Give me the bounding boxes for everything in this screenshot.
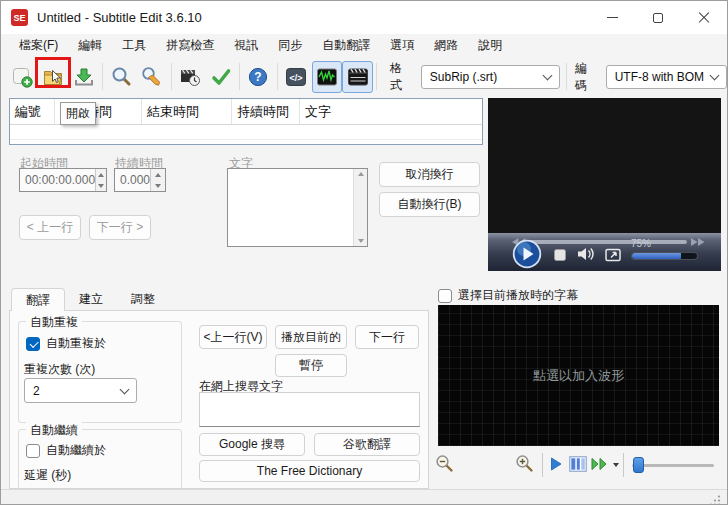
help-icon: ? xyxy=(247,66,269,88)
column-end-time[interactable]: 結束時間 xyxy=(142,99,232,125)
scroll-up-icon[interactable] xyxy=(358,172,364,176)
search-icon xyxy=(111,66,133,88)
menu-item-video[interactable]: 視訊 xyxy=(224,35,268,56)
checkbox-icon[interactable] xyxy=(26,337,40,351)
speaker-icon xyxy=(576,246,596,262)
tab-adjust[interactable]: 調整 xyxy=(117,288,169,311)
checkbox-icon[interactable] xyxy=(438,289,452,303)
toolbar-separator xyxy=(566,63,567,90)
auto-repeat-checkbox[interactable]: 自動重複於 xyxy=(26,335,106,352)
menu-item-edit[interactable]: 編輯 xyxy=(68,35,112,56)
menu-item-auto-translate[interactable]: 自動翻譯 xyxy=(312,35,380,56)
seek-bar[interactable] xyxy=(529,240,687,244)
waveform-view-mode-button[interactable] xyxy=(569,456,587,476)
menu-item-help[interactable]: 說明 xyxy=(468,35,512,56)
select-current-subtitle-checkbox[interactable]: 選擇目前播放時的字幕 xyxy=(438,287,578,304)
google-search-button[interactable]: Google 搜尋 xyxy=(199,433,305,456)
play-icon xyxy=(512,239,542,269)
format-select[interactable]: SubRip (.srt) xyxy=(421,65,560,89)
scroll-down-icon[interactable] xyxy=(358,239,364,243)
prev-line-v-button[interactable]: <上一行(V) xyxy=(199,325,267,349)
translate-tab-page: 自動重複 自動重複於 重複次數 (次) 2 自動繼續 自動繼續於 延遲 (秒) … xyxy=(9,310,429,489)
tab-create[interactable]: 建立 xyxy=(65,288,117,311)
speed-dropdown-icon[interactable] xyxy=(613,463,619,467)
free-dictionary-button[interactable]: The Free Dictionary xyxy=(199,460,420,482)
toolbar-separator xyxy=(102,63,103,90)
play-icon xyxy=(550,457,562,471)
waveform-display[interactable]: 點選以加入波形 xyxy=(438,305,719,446)
stop-button[interactable] xyxy=(553,248,567,266)
menu-item-tools[interactable]: 工具 xyxy=(112,35,156,56)
waveform-zoom-in-button[interactable] xyxy=(515,454,534,477)
menu-item-options[interactable]: 選項 xyxy=(380,35,424,56)
column-text[interactable]: 文字 xyxy=(300,99,482,125)
encoding-select[interactable]: UTF-8 with BOM xyxy=(606,65,727,89)
source-view-button[interactable]: </> xyxy=(281,61,312,93)
repeat-count-label: 重複次數 (次) xyxy=(24,361,95,378)
spinner-arrows[interactable] xyxy=(95,169,106,191)
minimize-button[interactable] xyxy=(589,1,635,34)
find-button[interactable] xyxy=(106,61,137,93)
pause-button[interactable]: 暫停 xyxy=(275,354,347,377)
slider-thumb[interactable] xyxy=(633,457,644,473)
repeat-count-value: 2 xyxy=(33,384,40,398)
visual-sync-button[interactable] xyxy=(175,61,206,93)
replace-button[interactable] xyxy=(137,61,168,93)
video-toggle-button[interactable] xyxy=(342,61,373,93)
google-translate-button[interactable]: 谷歌翻譯 xyxy=(314,433,420,456)
tab-translate[interactable]: 翻譯 xyxy=(11,288,65,311)
web-search-input[interactable] xyxy=(199,392,420,427)
volume-slider[interactable] xyxy=(631,252,698,260)
menu-item-spell-check[interactable]: 拼寫檢查 xyxy=(156,35,224,56)
fullscreen-button[interactable] xyxy=(605,248,621,266)
text-scrollbar[interactable] xyxy=(353,169,367,246)
auto-repeat-checkbox-label: 自動重複於 xyxy=(46,335,106,352)
repeat-count-select[interactable]: 2 xyxy=(24,378,137,403)
delay-label: 延遲 (秒) xyxy=(24,467,71,484)
encoding-value: UTF-8 with BOM xyxy=(615,70,704,84)
next-line-button[interactable]: 下一行 > xyxy=(89,215,151,240)
spell-check-button[interactable] xyxy=(205,61,236,93)
select-current-subtitle-label: 選擇目前播放時的字幕 xyxy=(458,287,578,304)
spinner-arrows[interactable] xyxy=(150,169,165,191)
auto-break-button[interactable]: 自動換行(B) xyxy=(379,192,480,217)
close-button[interactable] xyxy=(681,1,727,34)
seek-forward-icon[interactable] xyxy=(691,238,705,246)
start-time-spinner[interactable]: 00:00:00.000 xyxy=(19,168,107,192)
unbreak-button[interactable]: 取消換行 xyxy=(379,162,480,187)
save-button[interactable] xyxy=(68,61,99,93)
previous-line-button[interactable]: < 上一行 xyxy=(19,215,81,240)
waveform-play-button[interactable] xyxy=(550,457,562,475)
duration-spinner[interactable]: 0.000 xyxy=(114,168,166,192)
playback-speed-button[interactable] xyxy=(590,457,610,475)
row-divider xyxy=(10,139,482,140)
source-code-icon: </> xyxy=(285,66,307,88)
save-icon xyxy=(73,66,95,88)
column-number[interactable]: 編號 xyxy=(10,99,55,125)
maximize-button[interactable] xyxy=(635,1,681,34)
help-button[interactable]: ? xyxy=(243,61,274,93)
mute-button[interactable] xyxy=(576,246,596,266)
new-button[interactable] xyxy=(7,61,38,93)
format-value: SubRip (.srt) xyxy=(430,70,497,84)
menu-item-file[interactable]: 檔案(F) xyxy=(9,35,68,56)
subtitle-text-area[interactable] xyxy=(227,168,368,247)
menu-item-synchronization[interactable]: 同步 xyxy=(268,35,312,56)
window-title: Untitled - Subtitle Edit 3.6.10 xyxy=(37,10,202,25)
waveform-position-slider[interactable] xyxy=(632,464,714,467)
play-current-button[interactable]: 播放目前的 xyxy=(275,325,347,349)
play-button[interactable] xyxy=(512,239,542,273)
next-line-button-v[interactable]: 下一行 xyxy=(355,325,419,349)
auto-continue-group-label: 自動繼續 xyxy=(26,422,82,439)
minimize-icon xyxy=(607,17,618,18)
waveform-zoom-out-button[interactable] xyxy=(435,454,454,477)
auto-continue-checkbox[interactable]: 自動繼續於 xyxy=(26,442,106,459)
separator xyxy=(542,453,543,477)
menu-item-networking[interactable]: 網路 xyxy=(424,35,468,56)
checkbox-icon[interactable] xyxy=(26,444,40,458)
format-label: 格式 xyxy=(390,60,414,94)
waveform-toggle-button[interactable] xyxy=(312,61,343,93)
click-annotation-rectangle xyxy=(35,57,71,88)
column-duration[interactable]: 持續時間 xyxy=(232,99,300,125)
video-controls: 75% xyxy=(488,233,721,271)
